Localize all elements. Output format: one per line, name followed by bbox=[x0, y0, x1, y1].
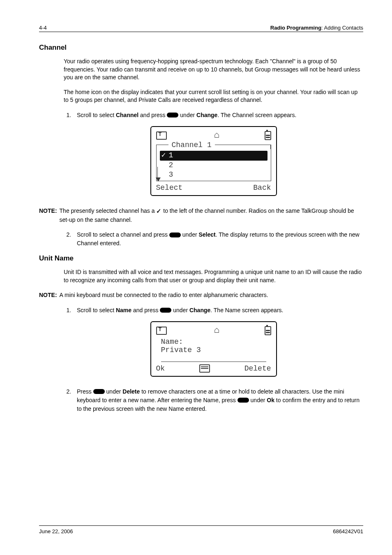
header-section-rest: : Adding Contacts bbox=[321, 25, 363, 31]
unitname-step2-b: under bbox=[105, 388, 123, 395]
softkey-icon bbox=[238, 398, 249, 403]
channel-step1-e: Change bbox=[196, 112, 217, 118]
name-softkey-right: Delete bbox=[244, 364, 271, 373]
channel-note-text: The presently selected channel has a ✓ t… bbox=[60, 207, 363, 224]
channel-heading: Channel bbox=[39, 44, 363, 52]
channel-lcd: ⌂ Channel 1 ✓1 2 3 Select bbox=[150, 126, 277, 196]
header-section: Radio Programming: Adding Contacts bbox=[270, 25, 363, 31]
softkey-icon bbox=[167, 113, 178, 117]
channel-step1-a: Scroll to select bbox=[77, 112, 116, 118]
channel-step2-a: Scroll to select a channel and press bbox=[77, 231, 169, 238]
header-rule bbox=[39, 32, 363, 32]
channel-step1-b: Channel bbox=[116, 112, 138, 118]
note-label: NOTE: bbox=[39, 207, 57, 224]
channel-list-row-selected: ✓1 bbox=[160, 151, 267, 161]
battery-icon bbox=[265, 131, 271, 140]
channel-para1: Your radio operates using frequency-hopp… bbox=[64, 58, 363, 82]
softkey-icon bbox=[160, 308, 171, 313]
check-icon: ✓ bbox=[156, 207, 161, 216]
softkey-icon bbox=[93, 389, 105, 394]
channel-step2: Scroll to select a channel and press und… bbox=[73, 230, 363, 248]
talk-icon bbox=[156, 131, 167, 140]
channel-step1-c: and press bbox=[138, 112, 167, 118]
channel-step1-d: under bbox=[178, 112, 196, 118]
unitname-step2: Press under Delete to remove characters … bbox=[73, 387, 363, 413]
unitname-step1: Scroll to select Name and press under Ch… bbox=[73, 306, 363, 315]
name-softkey-left: Ok bbox=[156, 364, 165, 373]
unitname-step2-a: Press bbox=[77, 388, 93, 395]
unitname-para1: Unit ID is transmitted with all voice an… bbox=[64, 268, 363, 284]
talk-icon bbox=[156, 327, 167, 335]
channel-step2-b: under bbox=[181, 231, 199, 238]
footer-rule bbox=[39, 525, 363, 526]
channel-list-row: 2 bbox=[160, 161, 267, 170]
unitname-step2-c: Delete bbox=[122, 388, 140, 395]
channel-softkey-left: Select bbox=[156, 184, 183, 192]
channel-step2-c: Select bbox=[199, 231, 216, 238]
name-lcd-line2: Private 3 bbox=[161, 346, 269, 354]
unitname-step1-c: and press bbox=[131, 307, 160, 313]
note-label: NOTE: bbox=[39, 291, 57, 299]
scroll-down-icon bbox=[156, 177, 161, 182]
channel-note-a: The presently selected channel has a bbox=[60, 207, 157, 214]
channel-list-row: 3 bbox=[160, 170, 267, 180]
home-icon: ⌂ bbox=[214, 325, 219, 336]
channel-step1: Scroll to select Channel and press under… bbox=[73, 111, 363, 120]
header-section-bold: Radio Programming bbox=[270, 25, 321, 31]
channel-row-1: 1 bbox=[169, 151, 173, 160]
unitname-step1-a: Scroll to select bbox=[77, 307, 116, 313]
unitname-step1-e: Change bbox=[189, 307, 210, 313]
unitname-step1-d: under bbox=[171, 307, 189, 313]
channel-row-3: 3 bbox=[169, 170, 173, 180]
softkey-icon bbox=[169, 233, 181, 237]
unitname-step1-f: . The Name screen appears. bbox=[210, 307, 283, 313]
keyboard-icon bbox=[199, 364, 210, 373]
channel-step1-f: . The Channel screen appears. bbox=[217, 112, 296, 118]
channel-softkey-right: Back bbox=[253, 184, 271, 192]
name-lcd: ⌂ Name: Private 3 Ok Delete bbox=[150, 321, 277, 377]
name-lcd-line1: Name: bbox=[161, 338, 269, 346]
unitname-step2-f: Ok bbox=[267, 397, 274, 403]
unitname-note-text: A mini keyboard must be connected to the… bbox=[60, 291, 363, 299]
footer-date: June 22, 2006 bbox=[39, 528, 73, 534]
battery-icon bbox=[265, 326, 271, 335]
unitname-heading: Unit Name bbox=[39, 254, 363, 263]
unitname-step2-e: under bbox=[249, 397, 267, 403]
channel-para2: The home icon on the display indicates t… bbox=[64, 88, 363, 104]
home-icon: ⌂ bbox=[214, 130, 219, 140]
unitname-step1-b: Name bbox=[116, 307, 131, 313]
page-number: 4-4 bbox=[39, 25, 47, 31]
channel-lcd-title: Channel 1 bbox=[168, 141, 215, 149]
footer-docnum: 6864242V01 bbox=[333, 528, 363, 534]
channel-row-2: 2 bbox=[169, 161, 173, 170]
